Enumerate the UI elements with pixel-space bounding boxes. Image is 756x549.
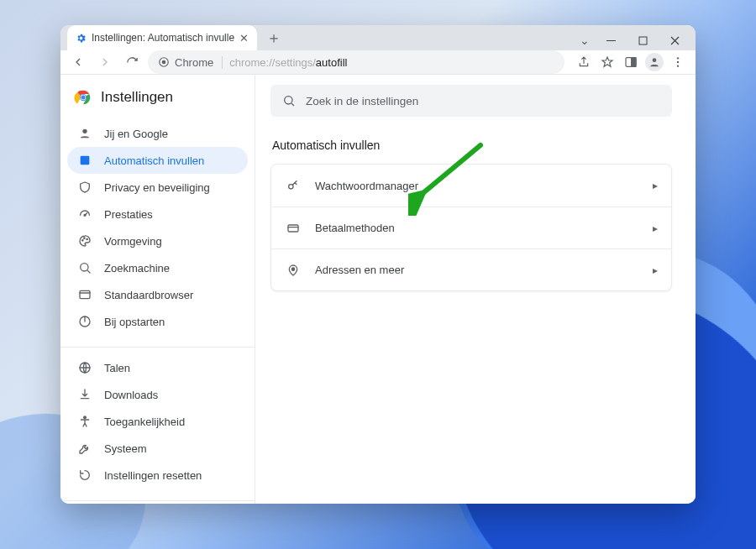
sidebar-item-jij-en-google[interactable]: Jij en Google <box>67 120 248 147</box>
pin-icon <box>286 264 300 277</box>
power-icon <box>78 315 92 328</box>
sidebar-item-talen[interactable]: Talen <box>67 354 248 381</box>
search-placeholder: Zoek in de instellingen <box>306 95 418 107</box>
autofill-icon <box>78 154 92 167</box>
sidebar-item-privacy-en-beveiliging[interactable]: Privacy en beveiliging <box>67 174 248 201</box>
svg-rect-17 <box>82 163 86 164</box>
close-icon[interactable]: ✕ <box>239 32 249 44</box>
svg-point-6 <box>653 58 657 62</box>
accessibility-icon <box>78 415 92 428</box>
divider <box>60 500 255 501</box>
browser-tab[interactable]: Instellingen: Automatisch invulle ✕ <box>67 25 257 50</box>
back-button[interactable] <box>67 51 89 73</box>
wrench-icon <box>78 442 92 455</box>
svg-point-32 <box>291 268 294 270</box>
tab-search-button[interactable]: ⌄ <box>580 34 590 47</box>
forward-button[interactable] <box>94 51 116 73</box>
row-label: Wachtwoordmanager <box>315 180 418 192</box>
svg-rect-15 <box>82 158 88 159</box>
chevron-right-icon: ▸ <box>653 180 658 191</box>
scheme-label: Chrome <box>175 56 213 69</box>
page-title: Instellingen <box>101 89 173 106</box>
svg-point-22 <box>81 264 88 271</box>
download-icon <box>78 388 92 401</box>
palette-icon <box>78 234 92 248</box>
url-text: chrome://settings/autofill <box>229 56 347 69</box>
chevron-right-icon: ▸ <box>653 222 658 234</box>
sidebar-item-label: Standaardbrowser <box>104 289 193 301</box>
sidebar-item-zoekmachine[interactable]: Zoekmachine <box>67 254 248 281</box>
svg-rect-23 <box>80 290 90 298</box>
chrome-window: Instellingen: Automatisch invulle ✕ ＋ ⌄ … <box>60 25 696 504</box>
gear-icon <box>76 33 87 44</box>
sidebar-item-label: Downloads <box>104 389 158 401</box>
sidebar-item-label: Prestaties <box>104 208 153 221</box>
card-icon <box>286 222 300 235</box>
row-label: Betaalmethoden <box>315 222 395 234</box>
svg-point-12 <box>81 95 85 99</box>
key-icon <box>286 179 300 192</box>
sidebar-item-standaardbrowser[interactable]: Standaardbrowser <box>67 281 248 308</box>
sidebar-item-systeem[interactable]: Systeem <box>67 435 248 462</box>
svg-rect-1 <box>639 37 647 44</box>
search-icon <box>78 261 92 274</box>
window-controls: ⌄ <box>580 25 690 55</box>
svg-point-26 <box>84 416 87 419</box>
sidebar-item-toegankelijkheid[interactable]: Toegankelijkheid <box>67 408 248 435</box>
person-icon <box>78 127 92 140</box>
address-bar[interactable]: Chrome chrome://settings/autofill <box>148 50 564 74</box>
svg-point-29 <box>285 97 292 104</box>
svg-point-8 <box>677 61 679 63</box>
new-tab-button[interactable]: ＋ <box>262 26 286 50</box>
svg-point-13 <box>82 129 87 133</box>
row-label: Adressen en meer <box>315 264 404 276</box>
sidebar-item-label: Bij opstarten <box>104 316 165 328</box>
site-chip[interactable]: Chrome <box>158 56 223 69</box>
speed-icon <box>78 207 92 221</box>
settings-content: Instellingen Jij en GoogleAutomatisch in… <box>60 75 696 504</box>
svg-rect-31 <box>288 225 298 232</box>
settings-search[interactable]: Zoek in de instellingen <box>270 85 672 117</box>
tab-strip: Instellingen: Automatisch invulle ✕ ＋ ⌄ <box>60 25 696 50</box>
sidebar-item-label: Automatisch invullen <box>104 154 204 167</box>
chrome-logo-icon <box>74 88 92 107</box>
settings-row-betaalmethoden[interactable]: Betaalmethoden▸ <box>271 207 671 248</box>
sidebar-item-label: Instellingen resetten <box>104 469 202 482</box>
settings-row-adressen-en-meer[interactable]: Adressen en meer▸ <box>271 248 671 290</box>
sidebar-item-automatisch-invullen[interactable]: Automatisch invullen <box>67 147 248 174</box>
section-title: Automatisch invullen <box>272 139 672 152</box>
settings-main: Zoek in de instellingen Automatisch invu… <box>255 75 696 504</box>
svg-rect-16 <box>82 160 88 161</box>
svg-point-3 <box>162 60 165 64</box>
shield-icon <box>78 180 92 194</box>
sidebar-item-downloads[interactable]: Downloads <box>67 381 248 408</box>
sidebar-item-label: Privacy en beveiliging <box>104 181 210 194</box>
svg-point-20 <box>84 238 85 238</box>
sidebar-item-label: Toegankelijkheid <box>104 416 185 428</box>
secure-icon <box>158 56 170 68</box>
globe-icon <box>78 361 92 374</box>
reload-button[interactable] <box>121 51 143 73</box>
sidebar-item-bij-opstarten[interactable]: Bij opstarten <box>67 308 248 335</box>
svg-rect-5 <box>632 58 636 67</box>
sidebar-item-label: Talen <box>104 362 130 374</box>
tab-title: Instellingen: Automatisch invulle <box>92 32 234 44</box>
settings-card: Wachtwoordmanager▸Betaalmethoden▸Adresse… <box>270 164 672 291</box>
sidebar-item-vormgeving[interactable]: Vormgeving <box>67 227 248 254</box>
svg-rect-0 <box>606 40 616 41</box>
svg-point-19 <box>82 240 83 241</box>
search-icon <box>282 94 296 107</box>
browser-icon <box>78 288 92 301</box>
svg-point-7 <box>677 57 679 59</box>
divider <box>60 347 255 348</box>
sidebar-item-label: Zoekmachine <box>104 262 170 274</box>
settings-row-wachtwoordmanager[interactable]: Wachtwoordmanager▸ <box>271 165 671 207</box>
sidebar-item-prestaties[interactable]: Prestaties <box>67 201 248 227</box>
svg-point-21 <box>87 238 87 239</box>
close-window-button[interactable] <box>659 28 690 53</box>
sidebar-item-instellingen-resetten[interactable]: Instellingen resetten <box>67 462 248 489</box>
minimize-button[interactable] <box>595 28 627 53</box>
sidebar-item-label: Jij en Google <box>104 128 168 140</box>
maximize-button[interactable] <box>627 28 659 53</box>
svg-point-9 <box>677 65 679 66</box>
